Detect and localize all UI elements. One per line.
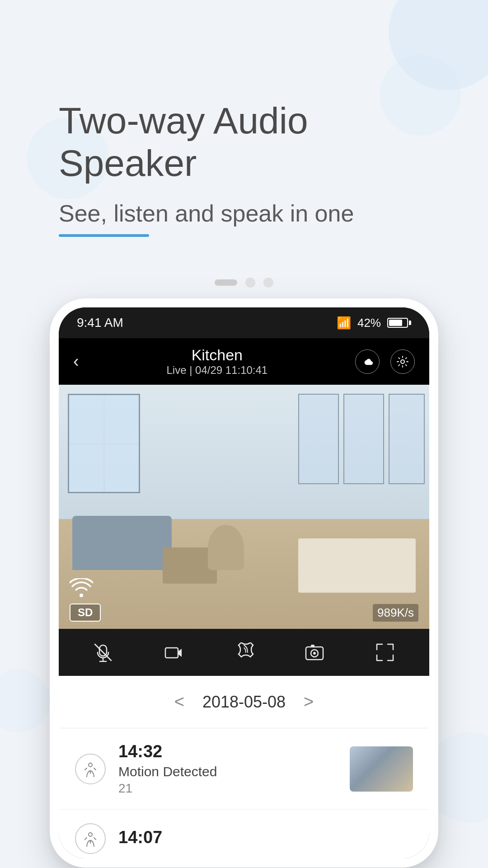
svg-rect-4 bbox=[165, 648, 178, 658]
event-count-1: 21 bbox=[118, 781, 337, 796]
event-thumbnail-1[interactable] bbox=[350, 746, 413, 792]
status-right: 📶 42% bbox=[337, 316, 411, 330]
pagination bbox=[50, 278, 438, 288]
wifi-signal-overlay bbox=[70, 578, 93, 602]
camera-header-icons bbox=[355, 349, 415, 374]
camera-controls-bar bbox=[59, 629, 429, 676]
hero-section: Two-way Audio Speaker See, listen and sp… bbox=[0, 0, 488, 237]
hero-underline bbox=[59, 234, 149, 237]
snapshot-button[interactable] bbox=[305, 642, 324, 662]
hero-title: Two-way Audio Speaker bbox=[59, 99, 452, 185]
audio-call-button[interactable] bbox=[234, 642, 254, 662]
dot-3[interactable] bbox=[263, 278, 273, 288]
phone-bottom-section: < 2018-05-08 > bbox=[59, 676, 429, 859]
record-button[interactable] bbox=[164, 642, 183, 662]
event-item-2[interactable]: 14:07 bbox=[59, 810, 429, 859]
camera-header: ‹ Kitchen Live | 04/29 11:10:41 bbox=[59, 338, 429, 385]
window-right-1 bbox=[298, 394, 339, 484]
window-left bbox=[68, 394, 140, 493]
motion-icon-1 bbox=[75, 754, 106, 784]
battery-percent: 42% bbox=[357, 316, 381, 330]
cloud-button[interactable] bbox=[355, 349, 380, 374]
battery-icon bbox=[387, 318, 411, 328]
bg-decoration-5 bbox=[0, 669, 50, 732]
status-time: 9:41 AM bbox=[77, 316, 123, 330]
settings-button[interactable] bbox=[390, 349, 415, 374]
svg-point-10 bbox=[89, 833, 92, 836]
date-label: 2018-05-08 bbox=[202, 693, 286, 712]
motion-icon-2 bbox=[75, 823, 106, 854]
room-chair bbox=[208, 525, 244, 570]
event-time-1: 14:32 bbox=[118, 742, 337, 761]
window-right-3 bbox=[389, 394, 425, 484]
room-dining-table bbox=[298, 538, 416, 593]
camera-video: SD 989K/s bbox=[59, 385, 429, 629]
svg-point-9 bbox=[89, 763, 92, 767]
window-pane bbox=[69, 444, 103, 492]
camera-live-status: Live | 04/29 11:10:41 bbox=[166, 364, 267, 377]
room-sofa bbox=[72, 516, 172, 570]
event-info-2: 14:07 bbox=[118, 828, 413, 850]
phone-outer: 9:41 AM 📶 42% ‹ Kitchen Li bbox=[50, 298, 438, 868]
window-pane bbox=[69, 395, 103, 443]
event-item-1[interactable]: 14:32 Motion Detected 21 bbox=[59, 728, 429, 810]
dot-1[interactable] bbox=[215, 279, 237, 286]
event-time-2: 14:07 bbox=[118, 828, 413, 847]
svg-point-7 bbox=[313, 652, 316, 655]
event-info-1: 14:32 Motion Detected 21 bbox=[118, 742, 337, 796]
date-next-button[interactable]: > bbox=[304, 692, 314, 712]
sd-badge: SD bbox=[70, 604, 101, 622]
camera-name: Kitchen bbox=[166, 346, 267, 364]
wifi-icon: 📶 bbox=[337, 316, 351, 330]
mute-button[interactable] bbox=[93, 642, 113, 662]
dot-2[interactable] bbox=[245, 278, 255, 288]
status-bar: 9:41 AM 📶 42% bbox=[59, 307, 429, 338]
camera-title-area: Kitchen Live | 04/29 11:10:41 bbox=[166, 346, 267, 377]
hero-subtitle: See, listen and speak in one bbox=[59, 198, 452, 229]
svg-point-0 bbox=[401, 360, 404, 363]
back-button[interactable]: ‹ bbox=[73, 352, 79, 371]
window-pane bbox=[105, 395, 139, 443]
event-list: 14:32 Motion Detected 21 bbox=[59, 728, 429, 859]
phone-screen: 9:41 AM 📶 42% ‹ Kitchen Li bbox=[59, 307, 429, 859]
window-right-2 bbox=[343, 394, 384, 484]
speed-display: 989K/s bbox=[373, 604, 418, 622]
date-nav: < 2018-05-08 > bbox=[59, 676, 429, 728]
video-overlay-bottom: SD 989K/s bbox=[59, 604, 429, 622]
phone-mockup: 9:41 AM 📶 42% ‹ Kitchen Li bbox=[50, 278, 438, 868]
fullscreen-button[interactable] bbox=[375, 642, 395, 662]
event-type-1: Motion Detected bbox=[118, 764, 337, 779]
window-pane bbox=[105, 444, 139, 492]
event-thumb-image-1 bbox=[350, 746, 413, 792]
date-prev-button[interactable]: < bbox=[174, 692, 184, 712]
svg-rect-8 bbox=[311, 645, 314, 647]
